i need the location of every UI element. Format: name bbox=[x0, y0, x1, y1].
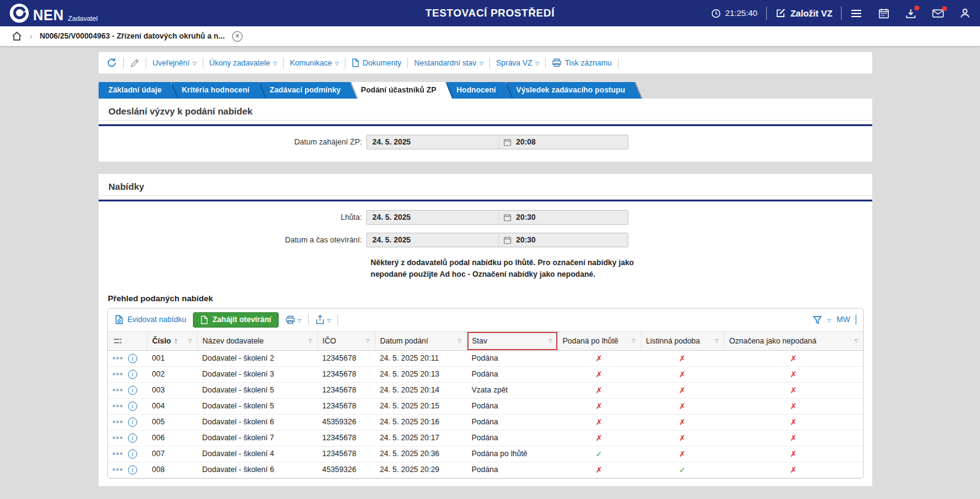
date-value[interactable]: 24. 5. 2025 bbox=[367, 236, 499, 244]
row-menu-icon[interactable] bbox=[113, 405, 123, 407]
date-value[interactable]: 24. 5. 2025 bbox=[367, 213, 499, 222]
divider bbox=[99, 195, 872, 196]
row-info-icon[interactable]: i bbox=[128, 370, 137, 379]
calendar-icon[interactable] bbox=[503, 138, 511, 146]
column-menu-caret-icon[interactable]: ▽ bbox=[308, 338, 312, 343]
nen-logo[interactable]: NEN Zadavatel bbox=[10, 4, 97, 23]
create-vz-button[interactable]: Založit VZ bbox=[775, 8, 832, 18]
time-value[interactable]: 20:30 bbox=[516, 213, 536, 222]
column-header-oznacena-jako-nepodana[interactable]: Označena jako nepodaná▽ bbox=[724, 331, 863, 350]
offer-row[interactable]: i003Dodavatel - školení 51234567824. 5. … bbox=[108, 382, 863, 398]
row-info-icon[interactable]: i bbox=[128, 433, 137, 443]
evidovat-nabidku-button[interactable]: Evidovat nabídku bbox=[115, 315, 186, 325]
calendar-icon[interactable] bbox=[503, 214, 511, 222]
menu-ukony-zadavatele[interactable]: Úkony zadavatele ▽ bbox=[209, 59, 277, 67]
column-menu-caret-icon[interactable]: ▽ bbox=[854, 338, 858, 343]
column-menu-caret-icon[interactable]: ▽ bbox=[715, 338, 718, 343]
menu-uverejneni[interactable]: Uveřejnění ▽ bbox=[153, 59, 197, 67]
column-menu-caret-icon[interactable]: ▽ bbox=[366, 338, 369, 343]
row-menu-icon[interactable] bbox=[113, 437, 123, 439]
datetime-input[interactable]: 24. 5. 2025 20:30 bbox=[366, 210, 628, 225]
menu-nestandardni-stav[interactable]: Nestandardní stav ▽ bbox=[414, 59, 483, 67]
row-menu-icon[interactable] bbox=[113, 357, 123, 359]
history-icon[interactable] bbox=[107, 58, 117, 68]
offer-row[interactable]: i005Dodavatel - školení 64535932624. 5. … bbox=[108, 414, 863, 430]
row-menu-icon[interactable] bbox=[113, 421, 123, 423]
tab-podani-ucastniku-zp[interactable]: Podání účastníků ZP bbox=[351, 82, 452, 99]
field-datum-oteviranI: Datum a čas otevírání: 24. 5. 2025 20:30 bbox=[99, 233, 872, 247]
menu-label: Komunikace bbox=[290, 59, 332, 67]
download-icon[interactable] bbox=[905, 8, 916, 19]
column-menu-caret-icon[interactable]: ▽ bbox=[548, 338, 552, 343]
tab-kriteria-hodnoceni[interactable]: Kritéria hodnocení bbox=[172, 82, 265, 99]
datetime-input[interactable]: 24. 5. 2025 20:30 bbox=[366, 233, 628, 247]
menu-hamburger-icon[interactable] bbox=[850, 9, 862, 18]
row-info-icon[interactable]: i bbox=[128, 386, 137, 395]
row-menu-icon[interactable] bbox=[113, 389, 123, 391]
edit-pencil-icon[interactable] bbox=[130, 58, 140, 68]
menu-dokumenty[interactable]: Dokumenty bbox=[352, 58, 401, 67]
document-icon bbox=[352, 58, 360, 67]
print-grid-icon[interactable]: ▽ bbox=[285, 315, 301, 325]
tab-vysledek-zadavaciho-postupu[interactable]: Výsledek zadávacího postupu bbox=[507, 82, 641, 99]
dropdown-caret-icon: ▽ bbox=[298, 318, 301, 323]
user-profile-icon[interactable] bbox=[960, 8, 970, 18]
offer-row[interactable]: i002Dodavatel - školení 31234567824. 5. … bbox=[108, 366, 863, 382]
close-tab-icon[interactable]: × bbox=[232, 31, 243, 42]
separator bbox=[308, 314, 309, 325]
mw-toggle[interactable]: MW bbox=[837, 315, 850, 324]
column-header-listinna-podoba[interactable]: Listinná podoba▽ bbox=[641, 331, 724, 350]
column-header-ico[interactable]: IČO▽ bbox=[317, 331, 375, 350]
time-part[interactable]: 20:08 bbox=[499, 135, 628, 149]
time-part[interactable]: 20:30 bbox=[499, 211, 628, 224]
export-icon[interactable]: ▽ bbox=[315, 315, 331, 325]
row-menu-icon[interactable] bbox=[113, 452, 123, 455]
menu-tisk-zaznamu[interactable]: Tisk záznamu bbox=[552, 58, 612, 67]
cell-marked-not-submitted: ✗ bbox=[724, 414, 863, 430]
row-actions-cell: i bbox=[108, 350, 147, 366]
column-chooser-button[interactable] bbox=[108, 331, 147, 350]
column-header-nazev-dodavatele[interactable]: Název dodavatele▽ bbox=[197, 331, 317, 350]
menu-komunikace[interactable]: Komunikace ▽ bbox=[290, 59, 339, 67]
column-menu-caret-icon[interactable]: ▽ bbox=[631, 338, 635, 343]
offer-row[interactable]: i007Dodavatel - školení 41234567824. 5. … bbox=[108, 446, 863, 462]
column-menu-caret-icon[interactable]: ▽ bbox=[458, 338, 461, 343]
mail-icon[interactable] bbox=[932, 9, 944, 18]
tab-zadavaci-podminky[interactable]: Zadávací podmínky bbox=[260, 82, 356, 99]
time-part[interactable]: 20:30 bbox=[499, 233, 628, 247]
column-header-datum-podani[interactable]: Datum podání▽ bbox=[375, 331, 467, 350]
tab-zakladni-udaje[interactable]: Základní údaje bbox=[99, 82, 178, 99]
column-header-cislo[interactable]: Číslo ↑ ▽ bbox=[147, 331, 197, 350]
row-menu-icon[interactable] bbox=[113, 373, 123, 375]
menu-sprava-vz[interactable]: Správa VZ ▽ bbox=[496, 59, 539, 67]
column-header-podana-po-lhute[interactable]: Podaná po lhůtě▽ bbox=[557, 331, 641, 350]
offer-row[interactable]: i001Dodavatel - školení 21234567824. 5. … bbox=[108, 350, 863, 366]
zahajit-otevirani-button[interactable]: Zahájit otevírání bbox=[193, 312, 279, 328]
row-info-icon[interactable]: i bbox=[128, 465, 137, 475]
calendar-icon[interactable] bbox=[878, 8, 889, 19]
offer-row[interactable]: i006Dodavatel - školení 71234567824. 5. … bbox=[108, 430, 863, 446]
time-value[interactable]: 20:30 bbox=[516, 236, 536, 244]
cell-after-deadline: ✗ bbox=[557, 430, 641, 446]
filter-icon[interactable] bbox=[813, 315, 822, 325]
datetime-input[interactable]: 24. 5. 2025 20:08 bbox=[366, 135, 628, 149]
date-value[interactable]: 24. 5. 2025 bbox=[367, 138, 499, 146]
offers-table-body: i001Dodavatel - školení 21234567824. 5. … bbox=[108, 350, 863, 478]
dropdown-caret-icon[interactable]: ▽ bbox=[827, 318, 831, 323]
column-header-stav[interactable]: Stav▽ bbox=[467, 331, 557, 350]
dropdown-caret-icon: ▽ bbox=[480, 61, 483, 66]
offer-row[interactable]: i008Dodavatel - školení 64535932624. 5. … bbox=[108, 462, 863, 478]
breadcrumb-item[interactable]: N006/25/V00004963 - Zřízení datových okr… bbox=[40, 32, 225, 40]
row-menu-icon[interactable] bbox=[113, 468, 123, 471]
row-info-icon[interactable]: i bbox=[128, 402, 137, 411]
time-value[interactable]: 20:08 bbox=[516, 138, 536, 146]
row-info-icon[interactable]: i bbox=[128, 418, 137, 427]
column-menu-caret-icon[interactable]: ▽ bbox=[188, 338, 192, 343]
row-info-icon[interactable]: i bbox=[128, 449, 137, 459]
cell-number: 003 bbox=[147, 382, 197, 398]
offer-row[interactable]: i004Dodavatel - školení 51234567824. 5. … bbox=[108, 398, 863, 414]
tab-hodnoceni[interactable]: Hodnocení bbox=[447, 82, 512, 99]
row-info-icon[interactable]: i bbox=[128, 354, 137, 363]
calendar-icon[interactable] bbox=[503, 236, 511, 244]
home-icon[interactable] bbox=[12, 31, 22, 41]
